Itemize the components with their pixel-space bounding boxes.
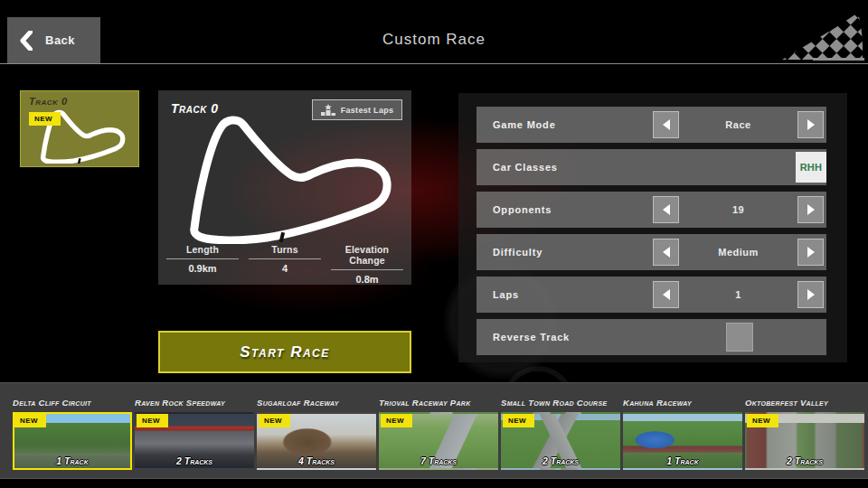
track-card-image[interactable]: NEW4 Tracks (257, 412, 376, 470)
new-badge: NEW (14, 414, 46, 427)
stat-length: Length 0.9km (165, 244, 241, 285)
game-mode-next-button[interactable] (797, 111, 824, 138)
track-card-image[interactable]: 1 Track (623, 412, 742, 470)
new-badge: NEW (503, 414, 534, 427)
track-card-raven-rock-speedway: Raven Rock SpeedwayNEW2 Tracks (135, 398, 254, 478)
game-mode-prev-button[interactable] (653, 111, 679, 138)
setting-row-car-classes: Car ClassesRHH (476, 149, 826, 185)
setting-label-laps: Laps (493, 277, 519, 313)
right-arrow-icon (807, 289, 815, 300)
difficulty-prev-button[interactable] (653, 239, 679, 266)
track-card-image[interactable]: NEW1 Track (13, 412, 132, 470)
page-title: Custom Race (0, 31, 868, 49)
game-mode-value: Race (679, 107, 797, 143)
setting-label-difficulty: Difficulty (493, 234, 542, 270)
new-badge: NEW (259, 414, 290, 427)
setting-row-reverse-track: Reverse Track (476, 319, 826, 355)
laps-value: 1 (679, 277, 797, 313)
track-count-label: 1 Track (625, 455, 741, 466)
track-map (165, 108, 404, 244)
track-count-label: 7 Tracks (381, 455, 496, 466)
laps-prev-button[interactable] (653, 281, 679, 308)
right-arrow-icon (807, 204, 815, 215)
stat-divider (331, 269, 403, 270)
track-card-title: Small Town Road Course (501, 398, 620, 410)
new-badge: NEW (29, 112, 61, 126)
setting-label-opponents: Opponents (493, 192, 552, 228)
opponents-value: 19 (679, 192, 797, 228)
reverse-track-checkbox[interactable] (726, 323, 753, 352)
setting-row-opponents: Opponents19 (476, 192, 826, 228)
setting-label-reverse-track: Reverse Track (493, 319, 570, 355)
new-badge: NEW (137, 414, 168, 427)
setting-row-difficulty: DifficultyMedium (476, 234, 826, 270)
settings-panel: Game ModeRaceCar ClassesRHHOpponents19Di… (458, 93, 847, 362)
thumbnail-title: Track 0 (29, 96, 68, 107)
track-card-delta-cliff-circuit: Delta Cliff CircuitNEW1 Track (13, 398, 132, 478)
setting-row-game-mode: Game ModeRace (476, 107, 826, 143)
start-race-button[interactable]: Start Race (158, 331, 411, 373)
setting-label-car-classes: Car Classes (493, 149, 558, 185)
track-card-image[interactable]: NEW2 Tracks (745, 412, 864, 470)
track-card-oktoberfest-valley: Oktoberfest ValleyNEW2 Tracks (745, 398, 864, 478)
stat-divider (166, 258, 239, 259)
stat-label: Elevation Change (329, 244, 405, 266)
opponents-prev-button[interactable] (653, 196, 679, 223)
right-arrow-icon (807, 247, 815, 258)
track-card-title: Trioval Raceway Park (379, 398, 498, 410)
track-count-label: 2 Tracks (503, 455, 618, 466)
stat-label: Turns (247, 244, 323, 255)
track-card-image[interactable]: NEW2 Tracks (501, 412, 620, 470)
track-count-label: 4 Tracks (259, 455, 374, 466)
track-card-title: Kahuna Raceway (623, 398, 742, 410)
track-card-title: Oktoberfest Valley (745, 398, 864, 410)
new-badge: NEW (747, 414, 778, 427)
track-preview-panel: Track 0 Fastest Laps Length 0.9km Turns … (158, 90, 411, 285)
track-count-label: 1 Track (14, 455, 130, 466)
left-arrow-icon (663, 289, 670, 300)
difficulty-next-button[interactable] (797, 239, 824, 266)
left-arrow-icon (663, 247, 670, 258)
difficulty-value: Medium (679, 234, 797, 270)
setting-label-game-mode: Game Mode (493, 107, 556, 143)
track-card-image[interactable]: NEW7 Tracks (379, 412, 498, 470)
track-stats: Length 0.9km Turns 4 Elevation Change 0.… (158, 244, 411, 285)
selected-track-thumbnail[interactable]: Track 0 NEW (20, 90, 139, 167)
track-count-label: 2 Tracks (137, 455, 252, 466)
track-card-image[interactable]: NEW2 Tracks (135, 412, 254, 470)
track-card-title: Sugarloaf Raceway (257, 398, 376, 410)
stat-elevation-change: Elevation Change 0.8m (329, 244, 405, 285)
track-card-kahuna-raceway: Kahuna Raceway1 Track (623, 398, 742, 478)
stat-value: 0.9km (165, 263, 241, 274)
car-classes-badge[interactable]: RHH (796, 152, 826, 183)
laps-next-button[interactable] (797, 281, 824, 308)
left-arrow-icon (663, 119, 670, 130)
right-arrow-icon (807, 119, 815, 130)
stat-value: 4 (247, 263, 323, 274)
opponents-next-button[interactable] (797, 196, 824, 223)
track-card-title: Delta Cliff Circuit (13, 398, 132, 410)
track-card-trioval-raceway-park: Trioval Raceway ParkNEW7 Tracks (379, 398, 498, 478)
left-arrow-icon (663, 204, 670, 215)
track-carousel: Delta Cliff CircuitNEW1 TrackRaven Rock … (0, 382, 868, 479)
stat-divider (249, 258, 321, 259)
new-badge: NEW (381, 414, 412, 427)
stat-value: 0.8m (329, 274, 405, 285)
stat-turns: Turns 4 (247, 244, 323, 285)
track-count-label: 2 Tracks (747, 455, 863, 466)
stat-label: Length (165, 244, 241, 255)
header-divider (0, 63, 868, 64)
setting-row-laps: Laps1 (476, 277, 826, 313)
track-card-title: Raven Rock Speedway (135, 398, 254, 410)
track-card-sugarloaf-raceway: Sugarloaf RacewayNEW4 Tracks (257, 398, 376, 478)
track-card-small-town-road-course: Small Town Road CourseNEW2 Tracks (501, 398, 620, 478)
start-race-label: Start Race (240, 343, 330, 361)
checkered-flag-icon (780, 11, 866, 63)
